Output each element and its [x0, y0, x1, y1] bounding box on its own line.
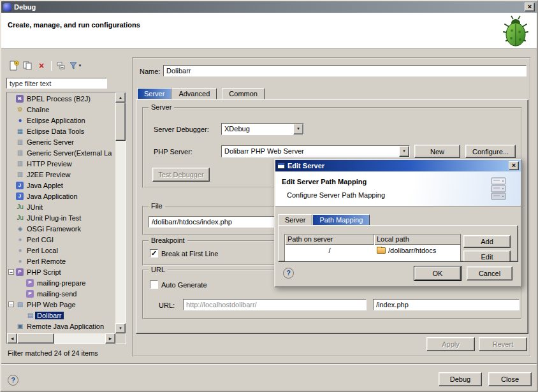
tree-item[interactable]: ▦Eclipse Data Tools	[7, 126, 115, 136]
dropdown-arrow-icon: ▼	[78, 64, 82, 68]
tree-item[interactable]: ⚙Chaîne	[7, 104, 115, 115]
path-on-server-header[interactable]: Path on server	[285, 235, 374, 245]
ok-button[interactable]: OK	[414, 266, 461, 280]
tree-item[interactable]: ●Perl Local	[7, 245, 115, 256]
tree-vertical-scrollbar[interactable]: ▲ ▼	[115, 92, 126, 333]
dialog-tab-path-mapping[interactable]: Path Mapping	[312, 214, 370, 226]
debug-button[interactable]: Debug	[439, 372, 482, 386]
tree-item-label: J2EE Preview	[25, 171, 72, 178]
tree-item[interactable]: ▣Remote Java Application	[7, 321, 115, 331]
tree-item[interactable]: ●Perl Remote	[7, 256, 115, 266]
tree-item[interactable]: ▥HTTP Preview	[7, 158, 115, 169]
tab-server[interactable]: Server	[137, 88, 171, 99]
test-debugger-button[interactable]: Test Debugger	[152, 168, 210, 182]
php-server-value: Dolibarr PHP Web Server	[224, 147, 398, 155]
tab-common[interactable]: Common	[222, 88, 265, 99]
toolbar-separator	[51, 61, 52, 71]
edit-server-dialog: Edit Server × Edit Server Path Mapping C…	[274, 159, 522, 287]
dialog-tab-server[interactable]: Server	[278, 214, 312, 226]
tree-item[interactable]: JJava Applet	[7, 180, 115, 191]
tree-item[interactable]: ▤Dolibarr	[7, 310, 115, 321]
new-configuration-button[interactable]	[6, 59, 20, 72]
tree-item[interactable]: Pmailing-prepare	[7, 277, 115, 288]
filter-launch-configurations-button[interactable]: ▼	[68, 59, 82, 72]
tree-item[interactable]: ●Eclipse Application	[7, 115, 115, 126]
tree-item-label: Perl Local	[25, 247, 60, 254]
tree-item[interactable]: ●Perl CGI	[7, 234, 115, 245]
tree-item[interactable]: JuJUnit	[7, 201, 115, 212]
configure-button[interactable]: Configure...	[465, 145, 516, 158]
new-server-button[interactable]: New	[414, 145, 460, 158]
tree-item-label: mailing-send	[35, 290, 78, 298]
url-path-input[interactable]	[373, 299, 520, 310]
delete-configuration-button[interactable]: ×	[34, 59, 48, 72]
local-path-header[interactable]: Local path	[374, 235, 460, 245]
panel-sash[interactable]	[126, 57, 132, 357]
scroll-right-icon[interactable]: ▶	[105, 333, 115, 344]
close-button[interactable]: Close	[488, 372, 532, 386]
tree-expander-icon[interactable]: −	[8, 301, 14, 307]
header-banner: Create, manage, and run configurations	[1, 13, 537, 49]
tree-item[interactable]: BBPEL Process (B2J)	[7, 93, 115, 104]
tree-expander-icon[interactable]: −	[8, 269, 14, 275]
delete-icon: ×	[39, 61, 44, 70]
perl-icon: ●	[15, 235, 25, 243]
break-at-first-line-label: Break at First Line	[161, 250, 218, 258]
scroll-up-icon[interactable]: ▲	[115, 92, 126, 103]
tab-advanced[interactable]: Advanced	[171, 88, 217, 99]
path-mapping-table: Path on server Local path //dolibarr/htd…	[284, 234, 461, 262]
scroll-down-icon[interactable]: ▼	[115, 323, 126, 333]
local-path-cell: /dolibarr/htdocs	[374, 247, 460, 254]
debug-bug-icon	[498, 14, 533, 50]
filter-status-text: Filter matched 24 of 24 items	[8, 349, 98, 357]
filter-input[interactable]	[6, 78, 107, 89]
base-url-input[interactable]	[183, 299, 367, 310]
chain-icon: ⚙	[15, 105, 25, 113]
edit-mapping-button[interactable]: Edit	[463, 250, 511, 262]
scroll-left-icon[interactable]: ◀	[7, 333, 17, 344]
tree-item-label: OSGi Framework	[25, 225, 83, 233]
window-close-icon[interactable]: ×	[525, 3, 535, 11]
server-debugger-select[interactable]: XDebug ▼	[221, 123, 304, 135]
dropdown-arrow-icon[interactable]: ▼	[399, 146, 409, 157]
auto-generate-label: Auto Generate	[161, 281, 207, 289]
tree-item[interactable]: Pmailing-send	[7, 288, 115, 299]
data-tools-icon: ▦	[15, 127, 25, 135]
tree-item[interactable]: ▥J2EE Preview	[7, 169, 115, 180]
edit-server-subtitle: Configure Server Path Mapping	[287, 191, 385, 199]
tree-item-label: Chaîne	[25, 106, 51, 113]
mapping-table-row[interactable]: //dolibarr/htdocs	[285, 245, 460, 256]
tree-item[interactable]: ▥Generic Server(External La	[7, 147, 115, 158]
edit-server-close-icon[interactable]: ×	[509, 161, 519, 170]
tree-item[interactable]: ◈OSGi Framework	[7, 223, 115, 234]
junit-icon: Ju	[15, 214, 25, 222]
bpel-icon: B	[16, 95, 24, 103]
duplicate-configuration-button[interactable]	[20, 59, 34, 72]
remote-java-icon: ▣	[15, 322, 25, 330]
dropdown-arrow-icon[interactable]: ▼	[293, 124, 303, 134]
vertical-scroll-thumb[interactable]	[115, 103, 126, 141]
horizontal-scroll-thumb[interactable]	[17, 333, 54, 344]
apply-button[interactable]: Apply	[426, 337, 475, 351]
new-config-icon	[8, 61, 19, 71]
tree-item[interactable]: ▥Generic Server	[7, 136, 115, 147]
php-server-select[interactable]: Dolibarr PHP Web Server ▼	[221, 145, 410, 157]
tree-horizontal-scrollbar[interactable]: ◀ ▶	[7, 333, 115, 344]
help-icon[interactable]: ?	[8, 375, 18, 386]
dialog-help-icon[interactable]: ?	[283, 268, 294, 279]
collapse-all-button[interactable]	[54, 59, 68, 72]
tree-item[interactable]: −PPHP Script	[7, 266, 115, 277]
break-at-first-line-checkbox[interactable]: ✓	[150, 249, 158, 258]
scrollbar-corner	[115, 333, 126, 344]
file-group-legend: File	[149, 202, 165, 210]
cancel-button[interactable]: Cancel	[467, 266, 513, 280]
tree-item[interactable]: −▤PHP Web Page	[7, 299, 115, 310]
tree-item[interactable]: JuJUnit Plug-in Test	[7, 212, 115, 223]
revert-button[interactable]: Revert	[479, 337, 527, 351]
name-input[interactable]	[163, 65, 527, 76]
tree-item[interactable]: JJava Application	[7, 191, 115, 201]
add-mapping-button[interactable]: Add	[463, 235, 511, 248]
path-mapping-table-header: Path on server Local path	[285, 235, 460, 245]
php-web-icon: ▤	[25, 311, 35, 319]
auto-generate-checkbox[interactable]	[150, 280, 158, 289]
